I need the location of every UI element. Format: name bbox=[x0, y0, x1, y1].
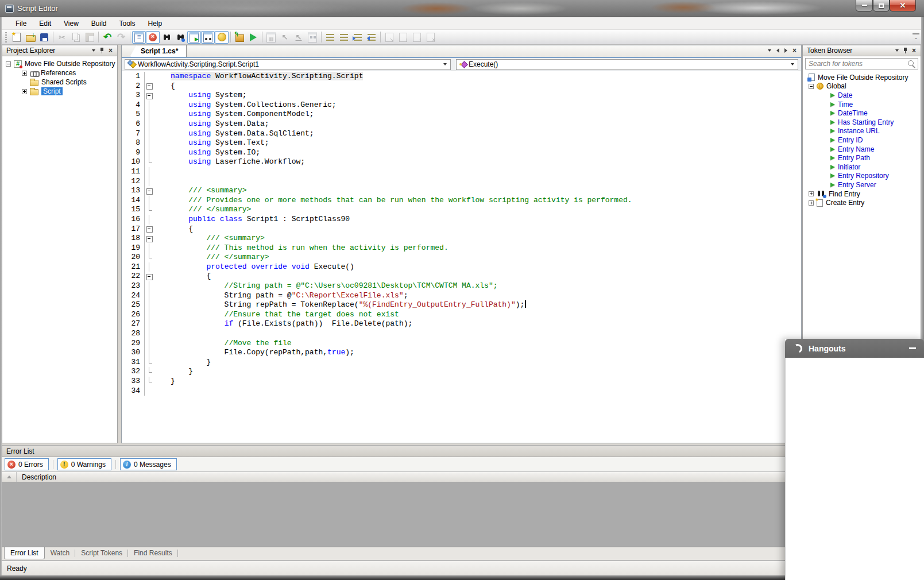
fold-marker[interactable] bbox=[145, 319, 153, 329]
fold-marker[interactable] bbox=[145, 253, 153, 262]
comment-selection-icon[interactable] bbox=[323, 31, 337, 44]
token-item-entry-repository[interactable]: Entry Repository bbox=[803, 172, 921, 181]
token-root-row[interactable]: Move File Outside Repository bbox=[803, 73, 921, 82]
close-button[interactable]: ✕ bbox=[890, 0, 916, 11]
menu-edit[interactable]: Edit bbox=[33, 18, 57, 29]
increase-indent-icon[interactable] bbox=[351, 31, 365, 44]
fold-marker[interactable] bbox=[145, 177, 153, 187]
panel-tab-error-list[interactable]: Error List bbox=[4, 547, 45, 559]
token-item-has-starting-entry[interactable]: Has Starting Entry bbox=[803, 118, 921, 127]
fold-marker[interactable] bbox=[145, 225, 153, 234]
fold-marker[interactable] bbox=[145, 119, 153, 129]
open-script-icon[interactable] bbox=[24, 31, 37, 44]
project-root-row[interactable]: Move File Outside Repository bbox=[2, 59, 117, 68]
fold-marker[interactable] bbox=[145, 205, 153, 215]
fold-marker[interactable] bbox=[145, 91, 153, 100]
select-pointer-icon[interactable] bbox=[292, 31, 306, 44]
previous-bookmark-icon[interactable] bbox=[410, 31, 424, 44]
pin-icon[interactable] bbox=[98, 47, 106, 55]
expand-icon[interactable] bbox=[809, 191, 814, 196]
scroll-tabs-left-icon[interactable] bbox=[776, 48, 779, 53]
panel-tab-script-tokens[interactable]: Script Tokens bbox=[75, 547, 128, 559]
type-selector-dropdown-icon[interactable] bbox=[441, 61, 449, 68]
error-list-column-header[interactable]: Description bbox=[2, 472, 921, 482]
fold-marker[interactable] bbox=[145, 215, 153, 225]
fold-marker[interactable] bbox=[145, 196, 153, 206]
fold-marker[interactable] bbox=[145, 281, 153, 291]
hangouts-minimize-icon[interactable] bbox=[909, 347, 916, 349]
paste-icon[interactable] bbox=[83, 31, 96, 44]
token-group-create-entry[interactable]: Create Entry bbox=[803, 198, 921, 207]
panel-tab-find-results[interactable]: Find Results bbox=[128, 547, 178, 559]
fold-marker[interactable] bbox=[145, 367, 153, 377]
token-item-entry-server[interactable]: Entry Server bbox=[803, 180, 921, 190]
collapse-icon[interactable] bbox=[6, 61, 11, 67]
scroll-tabs-right-icon[interactable] bbox=[784, 48, 787, 53]
view-designer-icon[interactable] bbox=[264, 31, 278, 44]
type-selector[interactable]: WorkflowActivity.Scripting.Script.Script… bbox=[125, 59, 451, 70]
undo-icon[interactable] bbox=[100, 31, 114, 44]
token-item-entry-id[interactable]: Entry ID bbox=[803, 136, 921, 145]
properties-window-icon[interactable] bbox=[132, 31, 146, 44]
sort-column[interactable] bbox=[2, 472, 17, 482]
toolbar-overflow-icon[interactable]: ⌄ bbox=[913, 33, 919, 40]
fold-marker[interactable] bbox=[145, 310, 153, 320]
tab-list-icon[interactable] bbox=[768, 49, 771, 52]
save-script-icon[interactable] bbox=[37, 31, 51, 44]
tree-item-script[interactable]: Script bbox=[2, 87, 117, 96]
expand-icon[interactable] bbox=[809, 84, 814, 89]
code-editor[interactable]: 1namespace WorkflowActivity.Scripting.Sc… bbox=[122, 72, 801, 443]
titlebar[interactable]: Script Editor ✕ bbox=[0, 0, 924, 17]
fold-marker[interactable] bbox=[145, 291, 153, 301]
fold-marker[interactable] bbox=[145, 129, 153, 139]
fold-marker[interactable] bbox=[145, 82, 153, 91]
panel-menu-icon[interactable] bbox=[892, 47, 901, 55]
menu-tools[interactable]: Tools bbox=[114, 18, 141, 29]
uncomment-selection-icon[interactable] bbox=[337, 31, 351, 44]
fold-marker[interactable] bbox=[145, 348, 153, 358]
menu-build[interactable]: Build bbox=[86, 18, 113, 29]
fold-marker[interactable] bbox=[145, 148, 153, 158]
token-item-instance-url[interactable]: Instance URL bbox=[803, 127, 921, 136]
token-item-date[interactable]: Date bbox=[803, 91, 921, 100]
error-list-window-icon[interactable] bbox=[146, 31, 160, 44]
find-icon[interactable] bbox=[160, 31, 173, 44]
member-selector-dropdown-icon[interactable] bbox=[788, 61, 797, 68]
menu-file[interactable]: File bbox=[10, 18, 32, 29]
token-search-input[interactable] bbox=[805, 58, 918, 69]
fold-marker[interactable] bbox=[145, 377, 153, 386]
add-bookmark-icon[interactable] bbox=[382, 31, 396, 44]
cut-icon[interactable] bbox=[55, 31, 69, 44]
tree-item-shared-scripts[interactable]: Shared Scripts bbox=[2, 78, 117, 87]
fold-marker[interactable] bbox=[145, 339, 153, 349]
close-tab-icon[interactable]: × bbox=[792, 48, 797, 53]
fold-marker[interactable] bbox=[145, 358, 153, 368]
fold-marker[interactable] bbox=[145, 100, 153, 110]
token-group-find-entry[interactable]: Find Entry bbox=[803, 190, 921, 199]
fold-marker[interactable] bbox=[145, 262, 153, 272]
breakpoints-window-icon[interactable] bbox=[306, 31, 319, 44]
warnings-filter-button[interactable]: !0 Warnings bbox=[57, 458, 111, 470]
maximize-button[interactable] bbox=[873, 0, 890, 11]
token-item-entry-path[interactable]: Entry Path bbox=[803, 153, 921, 163]
decrease-indent-icon[interactable] bbox=[365, 31, 378, 44]
clear-bookmarks-icon[interactable] bbox=[424, 31, 438, 44]
member-selector[interactable]: Execute() bbox=[456, 59, 798, 70]
new-script-icon[interactable] bbox=[10, 31, 24, 44]
fold-marker[interactable] bbox=[145, 243, 153, 253]
watch-window-icon[interactable] bbox=[201, 31, 215, 44]
fold-marker[interactable] bbox=[145, 157, 153, 167]
token-item-time[interactable]: Time bbox=[803, 100, 921, 109]
hangouts-header[interactable]: Hangouts bbox=[785, 339, 924, 358]
run-icon[interactable] bbox=[246, 31, 260, 44]
messages-filter-button[interactable]: i0 Messages bbox=[120, 458, 177, 470]
fold-marker[interactable] bbox=[145, 234, 153, 243]
token-browser-window-icon[interactable] bbox=[215, 31, 229, 44]
close-panel-icon[interactable]: × bbox=[106, 47, 115, 55]
panel-tab-watch[interactable]: Watch bbox=[45, 547, 76, 559]
fold-marker[interactable] bbox=[145, 300, 153, 310]
token-item-datetime[interactable]: DateTime bbox=[803, 109, 921, 118]
token-item-entry-name[interactable]: Entry Name bbox=[803, 145, 921, 154]
expand-icon[interactable] bbox=[22, 89, 27, 94]
fold-marker[interactable] bbox=[145, 272, 153, 281]
